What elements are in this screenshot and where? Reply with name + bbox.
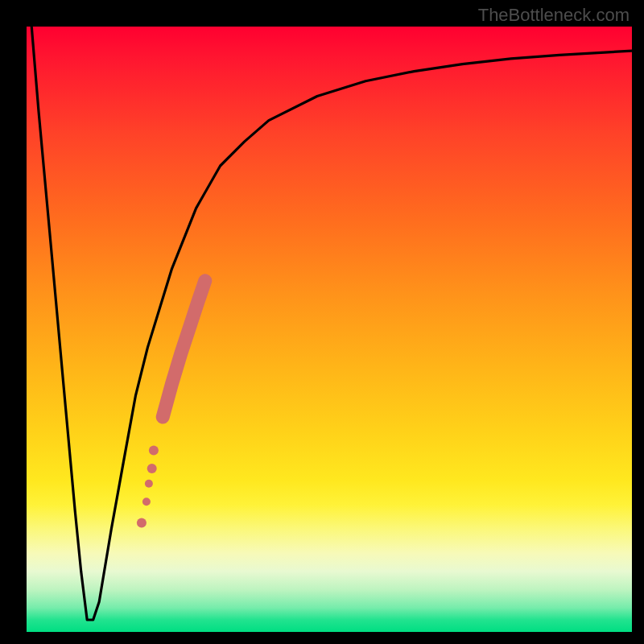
scatter-dot <box>149 445 159 455</box>
curve-layer <box>27 27 632 620</box>
watermark-text: TheBottleneck.com <box>478 5 630 26</box>
scatter-layer <box>137 281 205 528</box>
main-curve <box>27 27 632 620</box>
scatter-dot <box>145 480 153 488</box>
dot-blob <box>163 281 205 417</box>
frame-right <box>632 0 644 644</box>
scatter-dot <box>137 518 147 528</box>
frame-left <box>0 0 27 644</box>
frame-bottom <box>0 632 644 644</box>
chart-svg <box>27 27 632 632</box>
scatter-dot <box>142 497 151 506</box>
scatter-dot <box>147 464 157 473</box>
